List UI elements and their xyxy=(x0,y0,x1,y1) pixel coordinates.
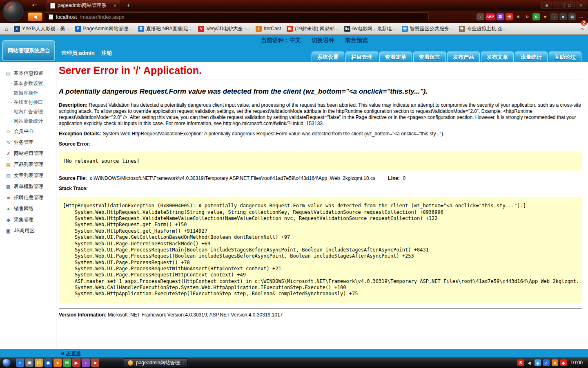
ie-icon[interactable]: e xyxy=(16,359,24,367)
sidebar-item-basic-info-settings[interactable]: ▤ 基本信息设置 xyxy=(0,68,56,79)
address-bar-icons: ↓ ABP 票 卡 ✱ ↻ K ★ ↓ ☻ ▦ … xyxy=(477,13,585,20)
bookmark-yyets[interactable]: 人 YYeTs人人影视，美... xyxy=(11,25,72,33)
minimize-button[interactable]: – xyxy=(553,2,564,9)
source-error-label: Source Error: xyxy=(59,141,582,147)
bookmark-virtual-host[interactable]: 专 专业虚拟主机,企... xyxy=(457,25,509,33)
start-button[interactable] xyxy=(2,358,11,367)
admin-tab[interactable]: 查看定单 xyxy=(379,52,412,62)
sidebar-sub-item[interactable]: 网站流量统计 xyxy=(0,117,56,126)
menu-button[interactable]: ≡ xyxy=(541,2,552,9)
bookmark-pageadmin[interactable]: P PageAdmin网站管理... xyxy=(73,25,135,33)
tab-favicon xyxy=(50,3,55,9)
tray-icons: S ◀ ◈ ✓ ● ◆ xyxy=(517,359,567,366)
new-tab-button[interactable]: + xyxy=(124,2,133,9)
bookmark-label: 直播吧-NBA直播|足... xyxy=(146,25,193,32)
browser-logo[interactable] xyxy=(2,0,24,22)
collapse-menu-arrow-icon[interactable]: ◀ xyxy=(60,350,64,356)
history-back-icon[interactable]: ↶ xyxy=(29,2,39,9)
security-shield-icon[interactable]: ✓ xyxy=(543,359,550,366)
admin-tab[interactable]: 发布产品 xyxy=(447,52,480,62)
abp-adblock-badge[interactable]: ABP xyxy=(486,13,495,20)
red-extension-icon[interactable]: 卡 xyxy=(506,13,513,20)
tab-close-icon[interactable]: × xyxy=(113,2,116,9)
purple-extension-icon[interactable]: 票 xyxy=(497,13,504,20)
taskbar-clock[interactable]: 10:00 xyxy=(569,360,586,366)
sidebar-item-label: 采集管理 xyxy=(14,216,33,223)
bookmarks-overflow-icon[interactable]: » xyxy=(579,26,586,32)
frontend-preview-link[interactable]: 前台预览 xyxy=(345,37,368,44)
back-button[interactable]: ◀ xyxy=(28,12,42,21)
left-menu-toggle[interactable]: 左菜单 xyxy=(66,350,80,357)
bookmark-verycd[interactable]: V VeryCD电驴大全 -... xyxy=(196,25,252,33)
admin-tab[interactable]: 查看留言 xyxy=(413,52,446,62)
explorer-icon[interactable]: ▤ xyxy=(35,359,43,367)
admin-tab[interactable]: 互助论坛 xyxy=(549,52,581,62)
close-button[interactable]: × xyxy=(576,2,586,9)
update-icon[interactable]: ● xyxy=(552,359,558,366)
home-icon[interactable]: ⌂ xyxy=(2,25,11,32)
admin-tab[interactable]: 发布文章 xyxy=(481,52,514,62)
sidebar-item-collection[interactable]: ◆ 采集管理 xyxy=(0,214,56,225)
sidebar-item-business[interactable]: ✎ 业务管理 xyxy=(0,137,56,148)
download-circle-icon[interactable]: ↓ xyxy=(550,13,558,20)
favorites-star-icon[interactable]: ★ xyxy=(541,13,549,20)
music-icon[interactable]: ♪ xyxy=(82,359,90,367)
apps-grid-icon[interactable]: ▦ xyxy=(568,13,576,20)
notes-icon[interactable]: ■ xyxy=(91,359,99,367)
sidebar-sub-item[interactable]: 数据库操作 xyxy=(0,88,56,98)
sidebar-item-icon: ● xyxy=(5,206,11,212)
browser-icon[interactable]: ◉ xyxy=(44,359,52,367)
sidebar-item-label: 基本信息设置 xyxy=(14,70,43,77)
sidebar-sub-item[interactable]: 在线支付接口 xyxy=(0,98,56,107)
admin-tab[interactable]: 系统设置 xyxy=(312,52,344,62)
mail-icon[interactable]: ✉ xyxy=(63,359,71,367)
admin-tab[interactable]: 栏目管理 xyxy=(345,52,378,62)
flag-icon[interactable]: ◆ xyxy=(560,359,567,366)
sogou-input-icon[interactable]: S xyxy=(517,359,524,366)
media-player-icon[interactable]: ▶ xyxy=(72,359,80,367)
kingsoft-badge[interactable]: K xyxy=(532,13,540,20)
sidebar-item-product-list[interactable]: ▦ 产品列表管理 xyxy=(0,159,56,170)
exception-label: Exception Details: xyxy=(59,131,101,137)
sidebar-item-icon: ◆ xyxy=(5,217,11,223)
bookmark-favicon: 智 xyxy=(402,26,408,32)
switch-language-link[interactable]: 切换语种 xyxy=(312,37,334,44)
bookmark-163mail[interactable]: 邮 (19封未读) 网易邮... xyxy=(284,25,341,33)
maximize-button[interactable]: □ xyxy=(564,2,575,9)
sidebar-item-site-columns[interactable]: ✗ 网站栏目管理 xyxy=(0,148,56,159)
sidebar-sub-item[interactable]: 站内广告管理 xyxy=(0,107,56,117)
user-circle-icon[interactable]: ☻ xyxy=(559,13,567,20)
sidebar-sub-item[interactable]: 基本参数设置 xyxy=(0,79,56,88)
snowflake-icon[interactable]: ✱ xyxy=(514,13,522,20)
more-menu-icon[interactable]: … xyxy=(577,13,585,20)
quick-launch: e ▣ ▤ ◉ ● ✉ ▶ ♪ ■ xyxy=(16,359,99,367)
taskbar-task-button[interactable]: pageadmin网站管理... xyxy=(124,358,188,367)
logout-link[interactable]: 注销 xyxy=(101,49,112,57)
sidebar-item-js-call[interactable]: ▣ JS调用区 xyxy=(0,225,56,236)
download-arrow-icon[interactable]: ↓ xyxy=(477,13,484,20)
bookmark-itercast[interactable]: I IterCast xyxy=(253,25,283,33)
tray-expand-arrow-icon[interactable]: ◀ xyxy=(526,359,532,366)
bookmark-smart-park[interactable]: 智 智慧园区公共服务... xyxy=(399,25,456,33)
sidebar-sub-items: 基本参数设置 数据库操作 在线支付接口 站内广告管理 网站流量统计 xyxy=(0,79,56,126)
sidebar-item-member-center[interactable]: ☺ 会员中心 xyxy=(0,126,56,137)
sidebar-item-sales-network[interactable]: ● 销售网络 xyxy=(0,203,56,214)
bookmark-label: (19封未读) 网易邮... xyxy=(295,25,339,32)
bookmark-6v-movie[interactable]: 6v 6v电影网，最新电... xyxy=(342,25,399,33)
sidebar-item-recruitment[interactable]: ■ 招聘信息管理 xyxy=(0,192,56,203)
notification-badge[interactable]: 2 xyxy=(581,20,587,26)
firefox-icon[interactable]: ● xyxy=(53,359,62,367)
network-icon[interactable]: ◈ xyxy=(535,359,541,366)
show-desktop-icon[interactable]: ▣ xyxy=(25,359,33,367)
sidebar-item-article-list[interactable]: ▥ 文章列表管理 xyxy=(0,170,56,181)
admin-tab[interactable]: 流量统计 xyxy=(515,52,548,62)
browser-tab[interactable]: pageadmin网站管理系 × xyxy=(47,0,120,11)
refresh-icon[interactable]: ↻ xyxy=(523,13,531,20)
browser-titlebar: ↶ pageadmin网站管理系 × + ≡ – □ × xyxy=(0,0,588,11)
line-value: 0 xyxy=(403,175,405,181)
version-text: Microsoft .NET Framework Version:4.0.303… xyxy=(108,312,283,318)
description-text: Request Validation has detected a potent… xyxy=(59,102,581,126)
bookmark-zhibo8[interactable]: 直 直播吧-NBA直播|足... xyxy=(136,25,195,33)
url-input[interactable]: localhost /master/index.aspx xyxy=(45,12,429,21)
sidebar-item-form-model[interactable]: ▩ 表单模型管理 xyxy=(0,181,56,192)
